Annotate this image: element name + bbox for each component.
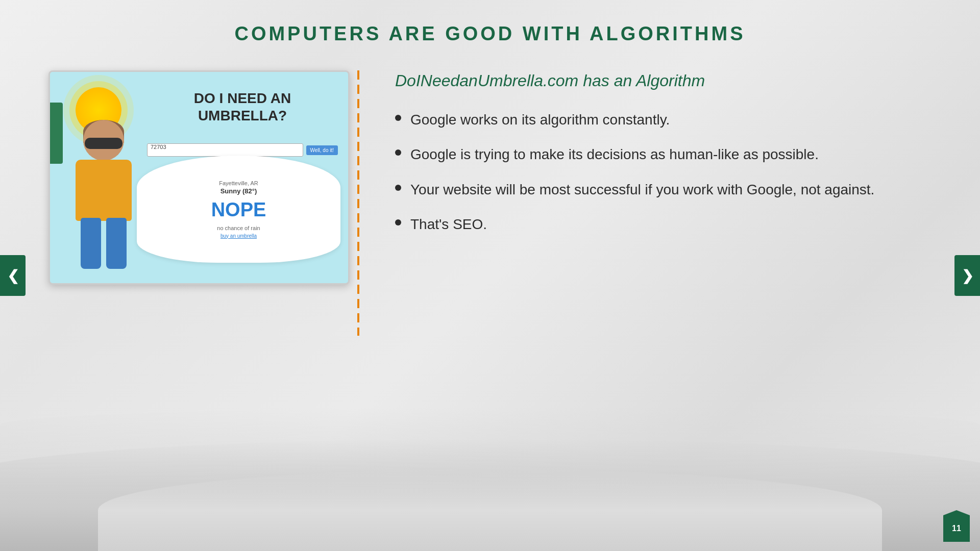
screenshot-answer: NOPE xyxy=(211,199,266,221)
screenshot-search-button: Well, do it! xyxy=(306,145,338,155)
page-number-box: 11 xyxy=(943,515,970,542)
next-arrow-button[interactable]: ❯ xyxy=(954,255,980,296)
bullet-dot xyxy=(395,149,401,156)
person-leg-right xyxy=(106,218,127,269)
page-number: 11 xyxy=(952,524,961,533)
right-panel: DoINeedanUmbrella.com has an Algorithm G… xyxy=(359,60,939,260)
list-item: Google works on its algorithm constantly… xyxy=(395,110,909,131)
green-decoration xyxy=(50,103,63,164)
list-item: Google is trying to make its decisions a… xyxy=(395,144,909,165)
left-panel: DO I NEED AN UMBRELLA? 72703 Well, do it… xyxy=(41,60,357,285)
slide-container: COMPUTERS ARE GOOD WITH ALGORITHMS xyxy=(0,0,980,551)
screenshot-search-input: 72703 xyxy=(147,143,303,157)
screenshot-title-line1: DO I NEED AN xyxy=(147,90,338,107)
list-item: Your website will be most successful if … xyxy=(395,180,909,201)
person-glasses xyxy=(85,138,122,149)
list-item: That's SEO. xyxy=(395,214,909,235)
screenshot-heading: DO I NEED AN UMBRELLA? xyxy=(147,90,338,124)
umbrella-screenshot: DO I NEED AN UMBRELLA? 72703 Well, do it… xyxy=(48,70,350,285)
content-area: DO I NEED AN UMBRELLA? 72703 Well, do it… xyxy=(0,60,980,551)
screenshot-weather: Sunny (82°) xyxy=(220,187,257,195)
screenshot-location: Fayetteville, AR xyxy=(219,180,258,186)
person-body xyxy=(76,160,132,221)
bullet-dot xyxy=(395,115,401,121)
person-legs xyxy=(81,218,127,269)
screenshot-rain-chance: no chance of rain xyxy=(217,225,260,231)
bullet-text-4: That's SEO. xyxy=(410,214,487,235)
screenshot-search-bar: 72703 Well, do it! xyxy=(147,143,338,157)
result-cloud: Fayetteville, AR Sunny (82°) NOPE no cha… xyxy=(137,156,340,263)
person-leg-left xyxy=(81,218,101,269)
screenshot-umbrella-link: buy an umbrella xyxy=(220,233,257,239)
bullet-list: Google works on its algorithm constantly… xyxy=(395,110,909,235)
bullet-text-2: Google is trying to make its decisions a… xyxy=(410,144,819,165)
right-subtitle: DoINeedanUmbrella.com has an Algorithm xyxy=(395,70,909,92)
screenshot-title-line2: UMBRELLA? xyxy=(147,107,338,124)
bullet-dot xyxy=(395,185,401,191)
bullet-text-3: Your website will be most successful if … xyxy=(410,180,874,201)
prev-arrow-button[interactable]: ❮ xyxy=(0,255,26,296)
bullet-text-1: Google works on its algorithm constantly… xyxy=(410,110,670,131)
bullet-dot xyxy=(395,219,401,226)
page-number-container: 11 xyxy=(943,515,970,542)
person-figure xyxy=(65,120,147,273)
slide-title: COMPUTERS ARE GOOD WITH ALGORITHMS xyxy=(0,0,980,60)
